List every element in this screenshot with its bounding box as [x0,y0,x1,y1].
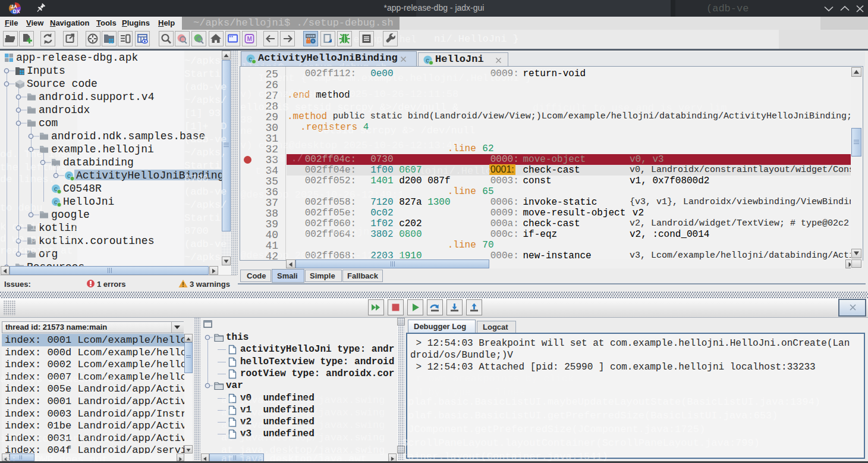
svg-text:M: M [247,36,252,42]
